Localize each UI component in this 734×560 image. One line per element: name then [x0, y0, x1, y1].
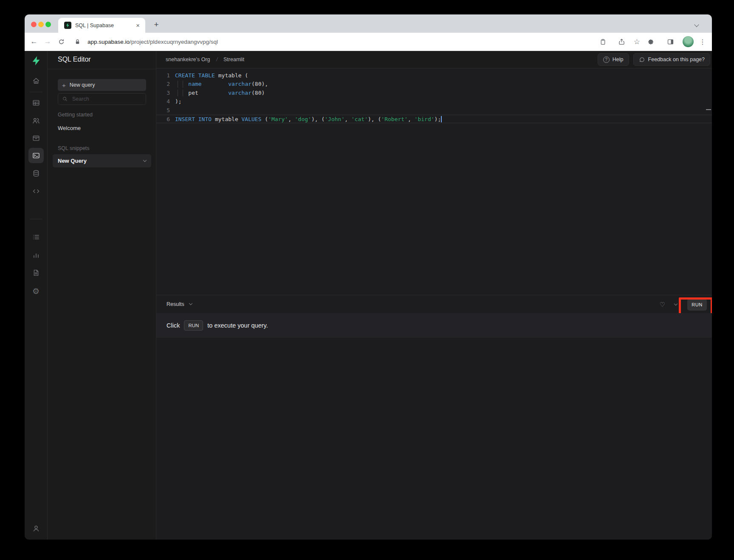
docs-icon[interactable] [32, 269, 40, 277]
results-empty-area [156, 338, 712, 540]
feedback-button[interactable]: Feedback on this page? [633, 53, 710, 66]
code-token: ), ( [311, 116, 325, 122]
side-panel-icon[interactable] [663, 38, 677, 45]
reload-icon[interactable] [54, 38, 68, 45]
code-token: 'Mary' [268, 116, 288, 122]
breadcrumb-separator: / [215, 57, 218, 62]
bookmark-star-icon[interactable]: ☆ [634, 38, 640, 45]
close-window-button[interactable] [31, 22, 37, 27]
run-button[interactable]: RUN [687, 299, 707, 311]
code-line: 4); [156, 97, 712, 106]
new-tab-button[interactable]: + [150, 19, 162, 31]
minimize-window-button[interactable] [38, 22, 44, 27]
code-token: , [344, 116, 351, 122]
storage-icon[interactable] [32, 134, 40, 142]
section-sql-snippets: SQL snippets [58, 145, 90, 151]
breadcrumb-project[interactable]: Streamlit [223, 57, 244, 62]
chevron-down-icon[interactable] [189, 302, 192, 305]
breadcrumb: snehankekre's Org / Streamlit [166, 57, 244, 62]
chevron-down-icon[interactable] [674, 302, 678, 305]
browser-toolbar: ← → app.supabase.io/project/pldexcuqrnye… [25, 33, 712, 51]
breadcrumb-org[interactable]: snehankekre's Org [166, 57, 210, 62]
rail-divider [30, 219, 42, 219]
speech-bubble-icon [639, 57, 645, 63]
sidebar-item-welcome[interactable]: Welcome [58, 125, 81, 131]
share-icon[interactable] [615, 38, 629, 45]
page-title: SQL Editor [58, 56, 91, 63]
code-token: ), ( [368, 116, 381, 122]
code-text: INSERT INTO mytable VALUES ('Mary', 'dog… [170, 115, 442, 123]
code-line: 2 name varchar(80), [156, 80, 712, 88]
account-user-icon[interactable] [32, 524, 40, 533]
code-token: ); [435, 116, 441, 122]
results-label[interactable]: Results [167, 301, 184, 307]
api-code-icon[interactable] [32, 187, 40, 195]
menu-dots-icon[interactable]: ⋮ [699, 38, 706, 46]
home-icon[interactable] [32, 76, 40, 85]
fullscreen-window-button[interactable] [45, 22, 51, 27]
text-cursor [441, 116, 442, 122]
sidebar-item-new-query[interactable]: New Query [53, 154, 151, 167]
code-token: VALUES [242, 116, 262, 122]
browser-tab[interactable]: SQL | Supabase × [58, 18, 145, 33]
browser-window: SQL | Supabase × + ← → app.supabase.io/p… [25, 14, 712, 540]
url-domain: app.supabase.io [88, 39, 130, 45]
database-icon[interactable] [32, 169, 40, 178]
code-line: 1CREATE TABLE mytable ( [156, 71, 712, 80]
search-box[interactable] [58, 93, 146, 105]
help-icon: ? [603, 57, 610, 63]
help-button-label: Help [613, 57, 624, 62]
sql-editor-sidebar: SQL Editor + New query Getting started W… [48, 51, 156, 540]
forward-icon[interactable]: → [41, 37, 54, 46]
code-token: 'Robert' [381, 116, 408, 122]
auth-users-icon[interactable] [31, 116, 40, 125]
clipboard-icon[interactable] [596, 38, 610, 45]
tab-list-chevron-icon[interactable] [695, 20, 698, 28]
sql-code-editor[interactable]: 1CREATE TABLE mytable (2 name varchar(80… [156, 68, 712, 295]
extensions-icon[interactable] [644, 38, 658, 45]
back-icon[interactable]: ← [27, 37, 41, 46]
code-token: mytable ( [215, 72, 248, 79]
code-text: pet varchar(80) [170, 89, 265, 97]
settings-icon[interactable]: ⚙ [32, 287, 40, 295]
supabase-logo-icon[interactable] [31, 56, 41, 66]
code-token: ( [262, 116, 268, 122]
indent-guide [183, 90, 183, 96]
code-token: mytable [212, 116, 241, 122]
url-path: /project/pldexcuqrnyedangvvpg/sql [130, 39, 218, 45]
results-message-row: Click RUN to execute your query. [156, 313, 712, 338]
code-text [170, 106, 175, 115]
code-line: 5 [156, 106, 712, 115]
rail-divider [30, 92, 42, 92]
nav-rail: ⚙ [25, 51, 48, 540]
search-icon [62, 96, 68, 102]
code-text: CREATE TABLE mytable ( [170, 71, 248, 80]
profile-avatar[interactable] [683, 36, 694, 47]
code-text: ); [170, 97, 182, 106]
results-bar: Results ♡ RUN [156, 295, 712, 313]
code-token: 'dog' [295, 116, 311, 122]
search-input[interactable] [71, 96, 135, 102]
tab-close-icon[interactable]: × [135, 22, 141, 29]
code-token: ); [175, 98, 182, 105]
code-text: name varchar(80), [170, 80, 268, 88]
address-bar[interactable]: app.supabase.io/project/pldexcuqrnyedang… [71, 38, 644, 45]
help-button[interactable]: ? Help [598, 53, 629, 66]
new-query-button[interactable]: + New query [58, 79, 146, 91]
favorite-heart-icon[interactable]: ♡ [660, 301, 665, 308]
run-chip: RUN [184, 320, 203, 331]
supabase-app: ⚙ SQL Editor + New query Getting sta [25, 51, 712, 540]
feedback-button-label: Feedback on this page? [648, 57, 705, 62]
reports-icon[interactable] [32, 251, 40, 259]
sql-editor-icon[interactable] [28, 148, 44, 163]
line-number: 4 [156, 97, 170, 106]
code-token [202, 81, 229, 87]
message-suffix: to execute your query. [207, 322, 268, 329]
code-token: INSERT INTO [175, 116, 212, 122]
indent-guide [178, 81, 178, 88]
tab-strip: SQL | Supabase × + [25, 14, 712, 33]
chevron-down-icon[interactable] [143, 158, 147, 162]
code-token [175, 81, 188, 87]
table-editor-icon[interactable] [32, 99, 40, 107]
logs-icon[interactable] [32, 233, 40, 241]
